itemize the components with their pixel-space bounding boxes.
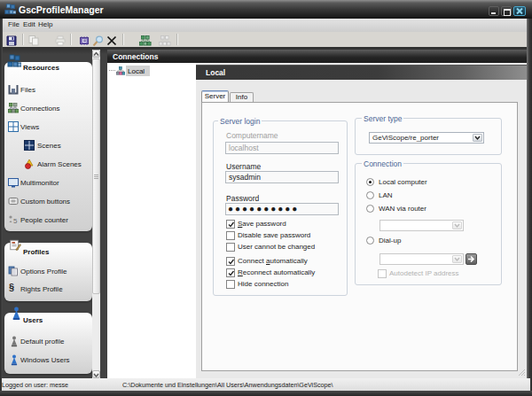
svg-text:5: 5	[13, 217, 18, 225]
